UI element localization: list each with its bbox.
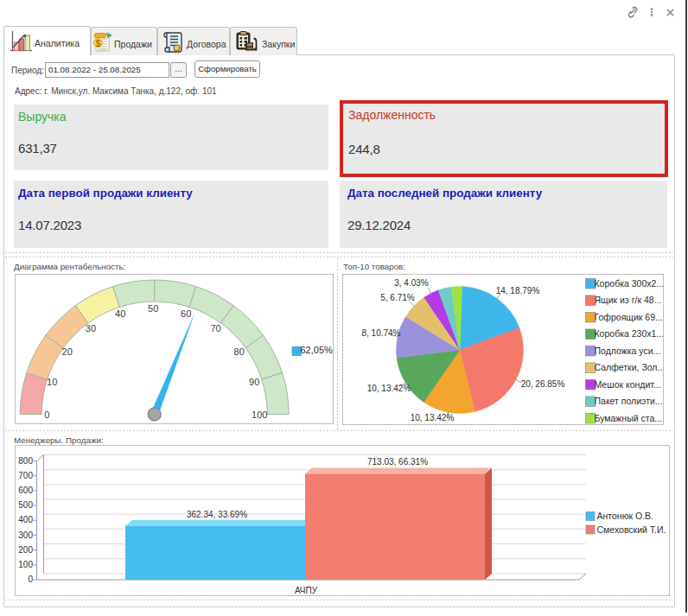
svg-text:Салфетки, Зол...: Салфетки, Зол... [595, 362, 664, 372]
svg-text:Смеховский Т.И.: Смеховский Т.И. [597, 524, 666, 535]
svg-text:0: 0 [28, 575, 33, 584]
svg-text:Коробка 300х2...: Коробка 300х2... [595, 278, 664, 289]
svg-text:90: 90 [249, 377, 259, 387]
svg-text:100: 100 [252, 410, 267, 420]
svg-text:300: 300 [18, 530, 33, 540]
svg-text:500: 500 [18, 500, 33, 510]
svg-text:АЧПУ: АЧПУ [295, 586, 318, 595]
svg-text:Пакет полиэти...: Пакет полиэти... [595, 396, 663, 406]
svg-text:713.03, 66.31%: 713.03, 66.31% [367, 457, 428, 467]
svg-text:Бумажный ста...: Бумажный ста... [595, 413, 663, 423]
svg-text:0: 0 [44, 410, 49, 420]
svg-text:50: 50 [148, 303, 158, 314]
svg-text:80: 80 [234, 346, 245, 357]
svg-text:Коробка 230х1...: Коробка 230х1... [595, 328, 664, 339]
svg-text:8, 10.74%: 8, 10.74% [361, 328, 400, 338]
svg-text:700: 700 [18, 471, 33, 480]
svg-text:10: 10 [47, 377, 57, 387]
svg-text:3, 4.03%: 3, 4.03% [394, 278, 429, 288]
svg-text:400: 400 [18, 515, 33, 524]
svg-text:10, 13.42%: 10, 13.42% [367, 384, 411, 393]
svg-text:20, 26.85%: 20, 26.85% [521, 379, 565, 389]
svg-text:10, 13.42%: 10, 13.42% [411, 413, 455, 422]
svg-text:800: 800 [18, 456, 33, 466]
svg-text:200: 200 [18, 545, 33, 555]
svg-text:60: 60 [181, 308, 191, 319]
svg-text:Гофроящик 69...: Гофроящик 69... [595, 312, 663, 322]
svg-text:40: 40 [115, 308, 125, 319]
svg-text:70: 70 [210, 323, 220, 333]
svg-text:14, 18.79%: 14, 18.79% [496, 286, 540, 295]
svg-text:Подложка уси...: Подложка уси... [595, 346, 661, 356]
svg-text:20: 20 [62, 346, 73, 357]
svg-text:$: $ [96, 39, 101, 48]
svg-text:Мешок кондит...: Мешок кондит... [595, 379, 661, 390]
svg-text:Ящик из г/к 48...: Ящик из г/к 48... [595, 295, 662, 305]
svg-text:600: 600 [18, 486, 33, 495]
svg-text:30: 30 [86, 323, 96, 333]
svg-text:62,05%: 62,05% [301, 345, 334, 355]
svg-text:5, 6.71%: 5, 6.71% [380, 293, 415, 302]
svg-text:100: 100 [18, 560, 33, 569]
svg-text:362.34, 33.69%: 362.34, 33.69% [187, 510, 247, 519]
svg-text:Антонюк О.В.: Антонюк О.В. [597, 511, 654, 521]
